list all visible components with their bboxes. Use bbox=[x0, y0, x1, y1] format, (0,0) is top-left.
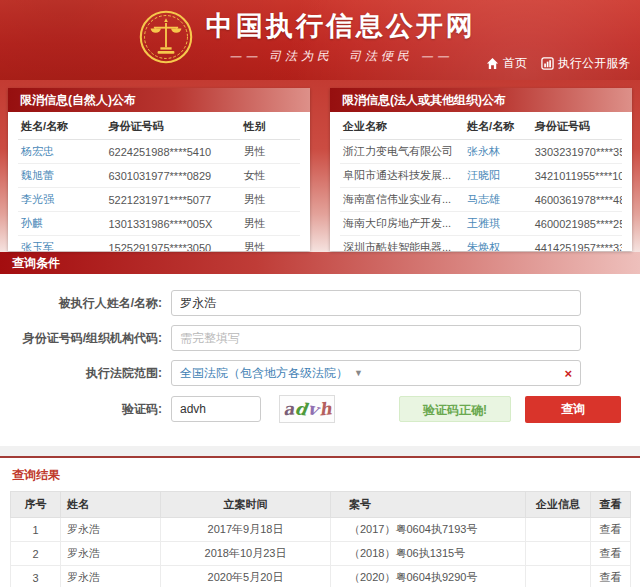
cell-no: 1 bbox=[11, 518, 61, 542]
brand: 中国执行信息公开网 —— 司法为民 司法便民 —— bbox=[138, 8, 476, 65]
chart-icon bbox=[541, 57, 554, 70]
col-header-id: 身份证号码 bbox=[532, 114, 622, 140]
cell-no: 3 bbox=[11, 566, 61, 587]
cell-company: 海南富信伟业实业有... bbox=[340, 188, 464, 212]
table-row: 孙麒1301331986****005X男性 bbox=[18, 212, 300, 236]
cell-gender: 女性 bbox=[241, 164, 300, 188]
cell-name[interactable]: 李光强 bbox=[18, 188, 105, 212]
hero-section: 限消信息(自然人)公布 姓名/名称 身份证号码 性别 杨宏忠6224251988… bbox=[0, 80, 640, 252]
cell-company: 阜阳市通达科技发展... bbox=[340, 164, 464, 188]
natural-persons-table: 姓名/名称 身份证号码 性别 杨宏忠6224251988****5410男性魏旭… bbox=[18, 114, 300, 251]
cell-name: 罗永浩 bbox=[61, 542, 161, 566]
court-scope-value: 全国法院（包含地方各级法院） bbox=[180, 365, 348, 382]
organizations-table: 企业名称 姓名/名称 身份证号码 浙江力变电气有限公司张永林3303231970… bbox=[340, 114, 622, 251]
cell-name[interactable]: 王雅琪 bbox=[464, 212, 532, 236]
panel-natural-title: 限消信息(自然人)公布 bbox=[8, 88, 310, 112]
cell-company: 深圳市酷娃智能电器... bbox=[340, 236, 464, 252]
panel-org-body: 企业名称 姓名/名称 身份证号码 浙江力变电气有限公司张永林3303231970… bbox=[330, 112, 632, 251]
id-number-input[interactable] bbox=[171, 325, 581, 351]
cell-name: 罗永浩 bbox=[61, 566, 161, 587]
table-row: 杨宏忠6224251988****5410男性 bbox=[18, 140, 300, 164]
table-row: 李光强5221231971****5077男性 bbox=[18, 188, 300, 212]
nav-service-label: 执行公开服务 bbox=[558, 55, 630, 72]
table-row: 1罗永浩2017年9月18日（2017）粤0604执7193号查看 bbox=[11, 518, 631, 542]
cell-name[interactable]: 张玉军 bbox=[18, 236, 105, 252]
table-row: 2罗永浩2018年10月23日（2018）粤06执1315号查看 bbox=[11, 542, 631, 566]
cell-case: （2017）粤0604执7193号 bbox=[331, 518, 526, 542]
cell-view[interactable]: 查看 bbox=[591, 566, 631, 587]
table-row: 阜阳市通达科技发展...汪晓阳3421011955****1014 bbox=[340, 164, 622, 188]
cell-gender: 男性 bbox=[241, 236, 300, 252]
cell-company: 浙江力变电气有限公司 bbox=[340, 140, 464, 164]
section-divider bbox=[0, 446, 640, 458]
panel-natural-persons: 限消信息(自然人)公布 姓名/名称 身份证号码 性别 杨宏忠6224251988… bbox=[8, 88, 310, 251]
cell-case: （2018）粤06执1315号 bbox=[331, 542, 526, 566]
captcha-label: 验证码: bbox=[0, 401, 162, 418]
cell-case: （2020）粤0604执9290号 bbox=[331, 566, 526, 587]
cell-date: 2018年10月23日 bbox=[161, 542, 331, 566]
table-row: 张玉军1525291975****3050男性 bbox=[18, 236, 300, 252]
cell-name[interactable]: 魏旭蕾 bbox=[18, 164, 105, 188]
res-col-no: 序号 bbox=[11, 492, 61, 518]
clear-icon[interactable]: × bbox=[564, 366, 572, 381]
panel-organizations: 限消信息(法人或其他组织)公布 企业名称 姓名/名称 身份证号码 浙江力变电气有… bbox=[330, 88, 632, 251]
court-scope-select[interactable]: 全国法院（包含地方各级法院） ▼ × bbox=[171, 360, 581, 386]
cell-id: 1301331986****005X bbox=[105, 212, 240, 236]
debtor-name-input[interactable] bbox=[171, 290, 581, 316]
col-header-gender: 性别 bbox=[241, 114, 300, 140]
court-emblem-icon bbox=[138, 9, 194, 65]
query-form: 被执行人姓名/名称: 身份证号码/组织机构代码: 执行法院范围: 全国法院（包含… bbox=[0, 274, 640, 446]
cell-name[interactable]: 汪晓阳 bbox=[464, 164, 532, 188]
cell-id: 4600021985****2525 bbox=[532, 212, 622, 236]
cell-id: 3303231970****3516 bbox=[532, 140, 622, 164]
cell-gender: 男性 bbox=[241, 212, 300, 236]
nav-service[interactable]: 执行公开服务 bbox=[541, 55, 630, 72]
nav-home[interactable]: 首页 bbox=[486, 55, 527, 72]
cell-org bbox=[526, 518, 591, 542]
court-scope-label: 执行法院范围: bbox=[0, 365, 162, 382]
cell-date: 2017年9月18日 bbox=[161, 518, 331, 542]
cell-id: 5221231971****5077 bbox=[105, 188, 240, 212]
cell-id: 1525291975****3050 bbox=[105, 236, 240, 252]
cell-name[interactable]: 张永林 bbox=[464, 140, 532, 164]
cell-view[interactable]: 查看 bbox=[591, 518, 631, 542]
cell-name[interactable]: 朱焕权 bbox=[464, 236, 532, 252]
results-title: 查询结果 bbox=[10, 458, 630, 491]
captcha-char: h bbox=[318, 398, 332, 419]
cell-id: 6224251988****5410 bbox=[105, 140, 240, 164]
top-banner: 中国执行信息公开网 —— 司法为民 司法便民 —— 首页 执行公开服务 bbox=[0, 0, 640, 80]
captcha-image[interactable]: advh bbox=[279, 395, 335, 423]
col-header-name: 姓名/名称 bbox=[18, 114, 105, 140]
table-row: 魏旭蕾6301031977****0829女性 bbox=[18, 164, 300, 188]
table-row: 海南富信伟业实业有...马志雄4600361978****4839 bbox=[340, 188, 622, 212]
chevron-down-icon: ▼ bbox=[354, 368, 363, 378]
results-table: 序号 姓名 立案时间 案号 企业信息 查看 1罗永浩2017年9月18日（201… bbox=[10, 491, 631, 587]
captcha-input[interactable] bbox=[171, 396, 261, 422]
id-field-label: 身份证号码/组织机构代码: bbox=[0, 330, 162, 347]
cell-name[interactable]: 孙麒 bbox=[18, 212, 105, 236]
res-col-name: 姓名 bbox=[61, 492, 161, 518]
table-row: 浙江力变电气有限公司张永林3303231970****3516 bbox=[340, 140, 622, 164]
cell-company: 海南大印房地产开发... bbox=[340, 212, 464, 236]
captcha-char: a bbox=[282, 399, 294, 420]
cell-org bbox=[526, 566, 591, 587]
cell-id: 4414251957****3337 bbox=[532, 236, 622, 252]
panel-org-title: 限消信息(法人或其他组织)公布 bbox=[330, 88, 632, 112]
cell-id: 3421011955****1014 bbox=[532, 164, 622, 188]
table-row: 海南大印房地产开发...王雅琪4600021985****2525 bbox=[340, 212, 622, 236]
cell-view[interactable]: 查看 bbox=[591, 542, 631, 566]
cell-name[interactable]: 杨宏忠 bbox=[18, 140, 105, 164]
cell-gender: 男性 bbox=[241, 188, 300, 212]
table-row: 3罗永浩2020年5月20日（2020）粤0604执9290号查看 bbox=[11, 566, 631, 587]
site-title: 中国执行信息公开网 bbox=[206, 8, 476, 44]
site-slogan: —— 司法为民 司法便民 —— bbox=[206, 48, 476, 65]
cell-id: 6301031977****0829 bbox=[105, 164, 240, 188]
table-row: 深圳市酷娃智能电器...朱焕权4414251957****3337 bbox=[340, 236, 622, 252]
name-field-label: 被执行人姓名/名称: bbox=[0, 295, 162, 312]
cell-id: 4600361978****4839 bbox=[532, 188, 622, 212]
cell-name[interactable]: 马志雄 bbox=[464, 188, 532, 212]
captcha-status-badge: 验证码正确! bbox=[399, 396, 511, 422]
search-button[interactable]: 查询 bbox=[525, 396, 621, 423]
cell-org bbox=[526, 542, 591, 566]
query-section-title: 查询条件 bbox=[0, 252, 640, 274]
